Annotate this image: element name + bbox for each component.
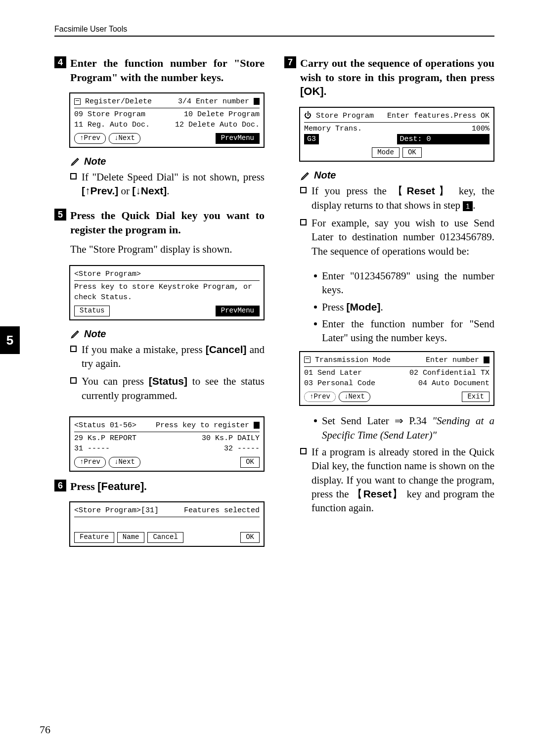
lcd3-title-r: Press key to register: [156, 420, 260, 431]
lcd1-row2-l: 11 Reg. Auto Doc.: [74, 120, 150, 130]
lcd5-title-l: ⏻ Store Program: [304, 111, 374, 121]
lcd4-ok-button[interactable]: OK: [240, 532, 260, 543]
lcd-register-delete: Register/Delete 3/4 Enter number 09 Stor…: [69, 92, 265, 148]
lcd6-title-l: Transmission Mode: [304, 355, 391, 365]
lcd6-row1-r: 02 Confidential TX: [409, 368, 490, 378]
lcd2-line: Press key to store Keystroke Program, or…: [74, 282, 260, 303]
note-right-heading: Note: [300, 170, 494, 181]
lcd5-ok-button[interactable]: OK: [402, 147, 422, 158]
step-7-text: Carry out the sequence of operations you…: [300, 56, 494, 99]
lcd5-dest: Dest: 0: [397, 134, 490, 144]
lcd3-row2-r: 32 -----: [224, 444, 260, 454]
step-6-number: 6: [54, 480, 66, 491]
chapter-tab: 5: [0, 326, 20, 354]
lcd4-title-l: <Store Program>[31]: [74, 505, 159, 516]
lcd1-next-button[interactable]: ↓Next: [109, 133, 140, 144]
lcd-store-program-31: <Store Program>[31] Features selected Fe…: [69, 501, 265, 547]
note-1-item: If "Delete Speed Dial" is not shown, pre…: [70, 170, 265, 198]
square-bullet-icon: [300, 448, 307, 454]
lcd4-name-button[interactable]: Name: [117, 532, 145, 543]
dot-bullet-icon: [314, 306, 317, 309]
lcd6-prev-button[interactable]: ↑Prev: [304, 392, 336, 402]
bullet-3: Enter the function number for "Send Late…: [314, 317, 494, 345]
note-2-heading: Note: [70, 328, 265, 340]
step-7: 7 Carry out the sequence of operations y…: [284, 56, 494, 99]
lcd4-title-r: Features selected: [184, 505, 260, 516]
pencil-icon: [70, 328, 81, 339]
lcd5-row1-l: Memory Trans.: [304, 124, 362, 134]
lcd3-row1-r: 30 Ks.P DAILY: [202, 433, 260, 444]
lcd1-row1-l: 09 Store Program: [74, 109, 145, 120]
page-header: Facsimile User Tools: [54, 25, 494, 34]
lcd2-title: <Store Program>: [74, 269, 260, 279]
note-1-heading: Note: [70, 156, 265, 167]
dot-bullet-icon: [314, 322, 317, 325]
note-right-item-1: If you press the Reset key, the display …: [300, 184, 494, 212]
lcd5-row1-r: 100%: [472, 124, 490, 134]
right-column: 7 Carry out the sequence of operations y…: [284, 56, 494, 555]
note-2-item-2: You can press [Status] to see the status…: [70, 374, 265, 402]
note-2-item-1: If you make a mistake, press [Cancel] an…: [70, 343, 265, 371]
lcd-status: <Status 01-56> Press key to register 29 …: [69, 416, 265, 472]
square-bullet-icon: [70, 346, 77, 352]
lcd4-feature-button[interactable]: Feature: [74, 532, 114, 543]
lcd3-next-button[interactable]: ↓Next: [109, 457, 140, 468]
step-4-text: Enter the function number for "Store Pro…: [70, 56, 265, 85]
step-4: 4 Enter the function number for "Store P…: [54, 56, 265, 85]
lcd6-next-button[interactable]: ↓Next: [339, 392, 370, 402]
lcd3-row2-l: 31 -----: [74, 444, 110, 454]
square-bullet-icon: [70, 377, 77, 384]
lcd-store-program: <Store Program> Press key to store Keyst…: [69, 265, 265, 320]
square-bullet-icon: [300, 219, 307, 225]
note-right-item-3: If a program is already stored in the Qu…: [300, 445, 494, 515]
lcd5-g3-badge: G3: [304, 134, 319, 144]
step-5-text: Press the Quick Dial key you want to reg…: [70, 209, 265, 237]
step-6-text: Press [Feature].: [70, 480, 147, 494]
lcd1-title-right: 3/4 Enter number: [178, 96, 260, 107]
dot-bullet-icon: [314, 274, 317, 277]
dot-bullet-icon: [314, 419, 317, 422]
lcd2-prevmenu-button[interactable]: PrevMenu: [216, 306, 260, 316]
lcd-transmission-mode: Transmission Mode Enter number 01 Send L…: [299, 351, 494, 406]
pencil-icon: [70, 156, 81, 167]
lcd6-row1-l: 01 Send Later: [304, 368, 362, 378]
lcd6-exit-button[interactable]: Exit: [462, 392, 490, 402]
step-ref-1-icon: 1: [463, 201, 473, 211]
step-5: 5 Press the Quick Dial key you want to r…: [54, 209, 265, 237]
page-number: 76: [40, 723, 50, 736]
lcd-store-features: ⏻ Store Program Enter features.Press OK …: [299, 107, 494, 162]
square-bullet-icon: [300, 187, 307, 193]
lcd6-row2-l: 03 Personal Code: [304, 378, 375, 389]
lcd5-mode-button[interactable]: Mode: [372, 147, 400, 158]
lcd3-ok-button[interactable]: OK: [240, 457, 260, 468]
bullet-4: Set Send Later ⇒ P.34 "Sending at a Spec…: [314, 414, 494, 442]
lcd1-prevmenu-button[interactable]: PrevMenu: [216, 133, 260, 144]
lcd2-status-button[interactable]: Status: [74, 306, 110, 316]
lcd1-row1-r: 10 Delete Program: [184, 109, 260, 120]
lcd6-row2-r: 04 Auto Document: [418, 378, 490, 389]
lcd5-title-r: Enter features.Press OK: [387, 111, 490, 121]
header-rule: [54, 36, 494, 37]
lcd1-prev-button[interactable]: ↑Prev: [74, 133, 106, 144]
step-4-number: 4: [54, 56, 66, 68]
lcd1-title-left: Register/Delete: [74, 96, 152, 107]
lcd3-title-l: <Status 01-56>: [74, 420, 136, 431]
step-5-body: The "Store Program" display is shown.: [70, 242, 265, 256]
bullet-1: Enter "0123456789" using the number keys…: [314, 269, 494, 297]
step-5-number: 5: [54, 209, 66, 221]
square-bullet-icon: [70, 173, 77, 179]
lcd1-row2-r: 12 Delete Auto Doc.: [175, 120, 260, 130]
lcd3-prev-button[interactable]: ↑Prev: [74, 457, 106, 468]
lcd6-title-r: Enter number: [426, 355, 490, 365]
note-right-item-2: For example, say you wish to use Send La…: [300, 216, 494, 258]
lcd3-row1-l: 29 Ks.P REPORT: [74, 433, 136, 444]
left-column: 4 Enter the function number for "Store P…: [54, 56, 265, 555]
bullet-2: Press [Mode].: [314, 300, 494, 314]
pencil-icon: [300, 170, 311, 181]
lcd4-cancel-button[interactable]: Cancel: [147, 532, 183, 543]
step-6: 6 Press [Feature].: [54, 480, 265, 494]
step-7-number: 7: [284, 56, 296, 68]
